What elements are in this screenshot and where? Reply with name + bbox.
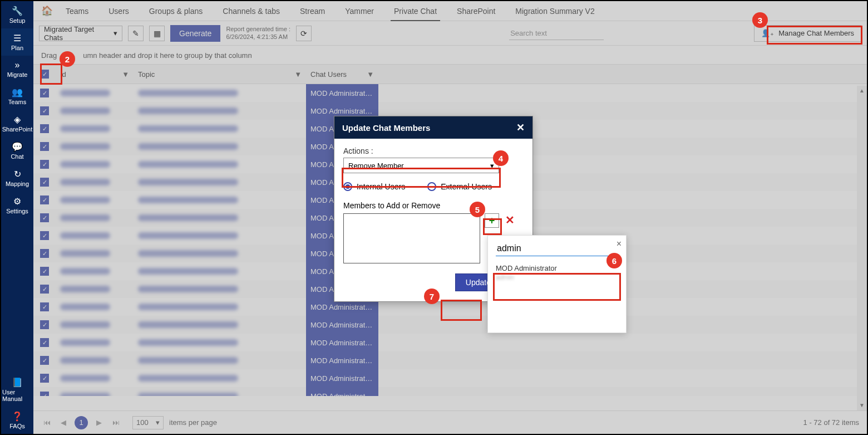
row-checkbox[interactable]: ✓ bbox=[33, 369, 56, 387]
close-icon[interactable]: ✕ bbox=[516, 121, 525, 134]
row-topic bbox=[134, 334, 306, 351]
actions-value: Remove Member bbox=[348, 162, 404, 170]
generate-button[interactable]: Generate bbox=[170, 25, 220, 42]
scroll-down-icon[interactable]: ▼ bbox=[857, 400, 867, 410]
user-search-result[interactable] bbox=[488, 285, 626, 310]
row-checkbox[interactable]: ✓ bbox=[33, 387, 56, 396]
header-topic[interactable]: Topic ▼ bbox=[134, 65, 306, 84]
members-textarea[interactable] bbox=[343, 213, 480, 263]
row-id bbox=[56, 334, 134, 351]
scroll-up-icon[interactable]: ▲ bbox=[857, 86, 867, 96]
row-id bbox=[56, 138, 134, 155]
row-users: MOD Administrat… bbox=[306, 334, 378, 351]
row-users: MOD Administrat… bbox=[306, 369, 378, 387]
row-checkbox[interactable]: ✓ bbox=[33, 334, 56, 351]
row-id bbox=[56, 369, 134, 387]
row-checkbox[interactable]: ✓ bbox=[33, 120, 56, 138]
sidebar-item-mapping[interactable]: ↻ Mapping bbox=[1, 164, 33, 192]
pager-current[interactable]: 1 bbox=[75, 416, 88, 429]
sidebar-label: FAQs bbox=[9, 423, 25, 429]
tab-teams[interactable]: Teams bbox=[58, 1, 96, 21]
vertical-scrollbar[interactable]: ▲ ▼ bbox=[857, 86, 867, 410]
row-checkbox[interactable]: ✓ bbox=[33, 102, 56, 120]
refresh-button[interactable]: ⟳ bbox=[296, 26, 312, 41]
tab-sharepoint[interactable]: SharePoint bbox=[449, 1, 503, 21]
user-search-popup: × MOD Administrator admin bbox=[487, 235, 627, 333]
tab-groups[interactable]: Groups & plans bbox=[141, 1, 211, 21]
row-checkbox[interactable]: ✓ bbox=[33, 262, 56, 280]
sidebar-item-sharepoint[interactable]: ◈ SharePoint bbox=[1, 110, 33, 137]
row-checkbox[interactable]: ✓ bbox=[33, 298, 56, 316]
table-row[interactable]: ✓MOD Administrat… bbox=[33, 387, 867, 396]
row-checkbox[interactable]: ✓ bbox=[33, 245, 56, 262]
pager-next[interactable]: ▶ bbox=[93, 418, 105, 427]
row-checkbox[interactable]: ✓ bbox=[33, 173, 56, 191]
table-row[interactable]: ✓MOD Administrat… bbox=[33, 316, 867, 334]
row-checkbox[interactable]: ✓ bbox=[33, 351, 56, 369]
pager-first[interactable]: ⏮ bbox=[41, 418, 52, 427]
sidebar-label: Mapping bbox=[6, 180, 29, 187]
edit-button[interactable]: ✎ bbox=[128, 26, 144, 41]
header-users[interactable]: Chat Users ▼ bbox=[306, 65, 378, 84]
group-by-hint[interactable]: Drag umn header and drop it here to grou… bbox=[33, 46, 867, 64]
sidebar-label: User Manual bbox=[2, 389, 32, 402]
search-input[interactable] bbox=[509, 27, 604, 40]
row-checkbox[interactable]: ✓ bbox=[33, 280, 56, 298]
tab-stream[interactable]: Stream bbox=[292, 1, 333, 21]
table-row[interactable]: ✓MOD Administrat… bbox=[33, 351, 867, 369]
remove-member-button[interactable]: ✕ bbox=[504, 213, 516, 227]
header-checkbox[interactable]: ✓ bbox=[33, 65, 56, 84]
pager: ⏮ ◀ 1 ▶ ⏭ 100 ▾ items per page 1 - 72 of… bbox=[33, 410, 867, 434]
chats-dropdown[interactable]: Migrated Target Chats ▾ bbox=[39, 26, 122, 41]
row-checkbox[interactable]: ✓ bbox=[33, 155, 56, 173]
tab-private-chat[interactable]: Private Chat bbox=[386, 1, 445, 21]
row-checkbox[interactable]: ✓ bbox=[33, 191, 56, 209]
actions-dropdown[interactable]: Remove Member ▾ bbox=[343, 158, 499, 173]
header-id[interactable]: Id ▼ bbox=[56, 65, 134, 84]
row-checkbox[interactable]: ✓ bbox=[33, 138, 56, 155]
row-checkbox[interactable]: ✓ bbox=[33, 227, 56, 245]
filter-icon[interactable]: ▼ bbox=[367, 70, 374, 79]
radio-external[interactable]: External Users bbox=[427, 182, 492, 191]
row-topic bbox=[134, 280, 306, 298]
tab-migration-summary[interactable]: Migration Summary V2 bbox=[507, 1, 602, 21]
row-checkbox[interactable]: ✓ bbox=[33, 209, 56, 227]
table-header: ✓ Id ▼ Topic ▼ Chat Users ▼ bbox=[33, 64, 867, 84]
row-topic bbox=[134, 138, 306, 155]
home-icon[interactable]: 🏠 bbox=[40, 5, 53, 17]
pager-prev[interactable]: ◀ bbox=[58, 418, 69, 427]
row-topic bbox=[134, 84, 306, 102]
chat-icon: 💬 bbox=[12, 141, 23, 152]
sidebar-item-setup[interactable]: 🔧 Setup bbox=[1, 1, 33, 28]
radio-internal[interactable]: Internal Users bbox=[343, 182, 405, 191]
page-size-dropdown[interactable]: 100 ▾ bbox=[132, 416, 164, 429]
table-row[interactable]: ✓MOD Administrat… bbox=[33, 334, 867, 351]
pager-last[interactable]: ⏭ bbox=[110, 418, 121, 427]
sidebar: 🔧 Setup ☰ Plan » Migrate 👥 Teams ◈ Share… bbox=[1, 1, 33, 434]
user-search-input[interactable] bbox=[496, 241, 618, 256]
sidebar-item-teams[interactable]: 👥 Teams bbox=[1, 82, 33, 110]
tab-channels[interactable]: Channels & tabs bbox=[215, 1, 288, 21]
close-icon[interactable]: × bbox=[617, 239, 622, 249]
sidebar-item-manual[interactable]: 📘 User Manual bbox=[1, 373, 33, 407]
user-search-result[interactable]: MOD Administrator admin bbox=[488, 260, 626, 285]
table-row[interactable]: ✓MOD Administrat… bbox=[33, 84, 867, 102]
sidebar-item-chat[interactable]: 💬 Chat bbox=[1, 137, 33, 164]
tab-users[interactable]: Users bbox=[101, 1, 137, 21]
table-row[interactable]: ✓MOD Administrat… bbox=[33, 369, 867, 387]
mapping-icon: ↻ bbox=[14, 169, 21, 179]
export-button[interactable]: ▦ bbox=[149, 26, 165, 41]
tab-yammer[interactable]: Yammer bbox=[337, 1, 382, 21]
sidebar-item-settings[interactable]: ⚙ Settings bbox=[1, 192, 33, 219]
sidebar-item-faqs[interactable]: ❓ FAQs bbox=[1, 407, 33, 434]
top-tabs: 🏠 Teams Users Groups & plans Channels & … bbox=[33, 1, 867, 21]
row-checkbox[interactable]: ✓ bbox=[33, 84, 56, 102]
sidebar-item-plan[interactable]: ☰ Plan bbox=[1, 28, 33, 56]
help-icon: ❓ bbox=[12, 411, 23, 422]
sidebar-item-migrate[interactable]: » Migrate bbox=[1, 56, 33, 82]
filter-icon[interactable]: ▼ bbox=[294, 70, 302, 79]
manage-chat-members-button[interactable]: 👤₊ Manage Chat Members bbox=[754, 25, 861, 42]
filter-icon[interactable]: ▼ bbox=[122, 70, 129, 79]
row-checkbox[interactable]: ✓ bbox=[33, 316, 56, 334]
add-member-button[interactable]: + bbox=[485, 213, 499, 228]
